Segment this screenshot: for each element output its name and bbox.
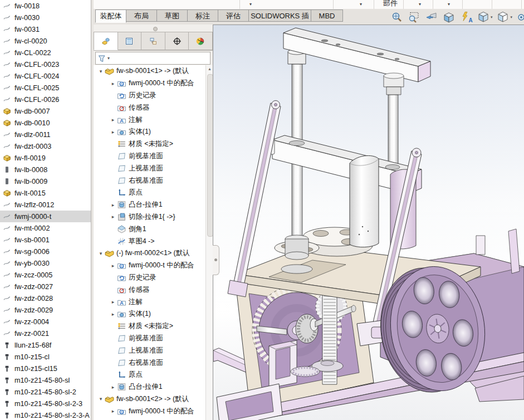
file-list-item[interactable]: fw-dzt-0003 [0, 140, 91, 152]
file-list-item[interactable]: fw-db-0010 [0, 117, 91, 129]
tree-item[interactable]: 原点 [94, 369, 205, 381]
previous-view-button[interactable] [425, 11, 438, 24]
file-list-item[interactable]: fw-CL-0022 [0, 47, 91, 58]
configurationmanager-tab[interactable] [141, 32, 165, 50]
display-style-button[interactable]: ▾ [496, 11, 512, 24]
file-list-item[interactable]: fw-0030 [0, 12, 91, 23]
file-list-item[interactable]: fwmj-0000-t [0, 211, 91, 222]
file-list-item[interactable]: fw-yb-0030 [0, 257, 91, 269]
hide-show-annotations-button[interactable]: A [459, 11, 473, 24]
file-list-panel[interactable]: fw-0018fw-0030fw-0031fw-cl-0020fw-CL-002… [0, 0, 91, 420]
tree-item[interactable]: 前视基准面 [94, 150, 205, 163]
filter-dropdown-arrow[interactable]: ▾ [107, 56, 110, 61]
tree-item[interactable]: ▸实体(1) [94, 126, 205, 138]
file-list-item[interactable]: fw-CLFL-0025 [0, 82, 91, 94]
expand-arrow[interactable]: ▸ [109, 117, 117, 123]
tree-item[interactable]: ▾fw-sb-0001<2> -> (默认 [94, 393, 205, 406]
file-list-item[interactable]: fw-zcz-0005 [0, 269, 91, 281]
file-list-item[interactable]: fw-lt-0015 [0, 187, 91, 199]
file-list-item[interactable]: fw-lzflz-0012 [0, 199, 91, 211]
dropdown-arrow[interactable]: ▾ [510, 15, 512, 19]
zoom-to-area-button[interactable] [408, 11, 421, 24]
expand-arrow[interactable]: ▸ [109, 311, 117, 317]
file-list-item[interactable]: fw-CLFL-0024 [0, 70, 91, 82]
file-list-item[interactable]: fw-zdz-0028 [0, 292, 91, 304]
file-list-item[interactable]: fw-zz-0004 [0, 316, 91, 328]
panel-splitter-handle[interactable] [213, 245, 219, 275]
file-list-item[interactable]: fw-mt-0002 [0, 222, 91, 234]
command-tab-6[interactable]: SOLIDWORKS 插件 [249, 9, 311, 22]
hide-show-items-button[interactable] [516, 11, 524, 24]
command-tab-7[interactable]: MBD [311, 9, 343, 22]
expand-arrow[interactable]: ▸ [109, 408, 117, 414]
tree-item[interactable]: 前视基准面 [94, 333, 205, 345]
expand-arrow[interactable]: ▸ [109, 299, 117, 305]
file-list-item[interactable]: llun-z15-68f [0, 339, 91, 351]
expand-arrow[interactable]: ▸ [109, 202, 117, 208]
tree-item[interactable]: ▸A注解 [94, 296, 205, 308]
tree-item[interactable]: ▸切除-拉伸1{ ->} [94, 211, 205, 223]
expand-arrow[interactable]: ▸ [109, 81, 117, 86]
expand-arrow[interactable]: ▸ [109, 384, 117, 390]
file-list-item[interactable]: fw-dlz-0011 [0, 129, 91, 140]
tree-scrollbar[interactable]: ▲ [205, 65, 213, 420]
expand-arrow[interactable]: ▸ [109, 129, 117, 135]
tree-item[interactable]: 原点 [94, 187, 205, 199]
tree-item[interactable]: ▸凸台-拉伸1 [94, 199, 205, 211]
tree-item[interactable]: 材质 <未指定> [94, 320, 205, 333]
tree-item[interactable]: 传感器 [94, 284, 205, 296]
file-list-item[interactable]: fw-sb-0001 [0, 234, 91, 246]
tree-item[interactable]: ▸fwmj-0000-t 中的配合 [94, 77, 205, 90]
tree-item[interactable]: ▾fw-sb-0001<1> -> (默认 [94, 65, 205, 77]
file-list-item[interactable]: fw-db-0007 [0, 105, 91, 117]
tree-item[interactable]: 草图4 -> [94, 235, 205, 247]
tree-item[interactable]: ▾(-) fw-mt-0002<1> (默认 [94, 247, 205, 260]
assembly-model[interactable] [213, 25, 524, 420]
command-tab-5[interactable]: 评估 [218, 9, 249, 22]
filter-funnel-icon[interactable] [97, 54, 106, 63]
tree-item[interactable]: ▸fwmj-0000-t 中的配合 [94, 405, 205, 417]
file-list-item[interactable]: fw-lb-0008 [0, 164, 91, 175]
machine-bracket-stand[interactable] [269, 340, 297, 388]
tree-item[interactable]: 右视基准面 [94, 356, 205, 369]
tree-item[interactable]: 上视基准面 [94, 162, 205, 174]
section-view-button[interactable] [442, 11, 456, 24]
file-list-item[interactable]: fw-zdz-0029 [0, 304, 91, 316]
expand-arrow[interactable]: ▾ [97, 396, 105, 402]
graphics-viewport[interactable] [213, 25, 524, 420]
tree-item[interactable]: 历史记录 [94, 272, 205, 284]
file-list-item[interactable]: fw-zz-0021 [0, 328, 91, 339]
featuremanager-design-tree-tab[interactable] [94, 32, 118, 50]
tree-filter-input[interactable]: ▾ [95, 52, 210, 65]
dropdown-arrow[interactable]: ▾ [360, 2, 362, 7]
expand-arrow[interactable]: ▸ [109, 214, 117, 219]
command-tab-2[interactable]: 布局 [126, 9, 157, 22]
dropdown-arrow[interactable]: ▾ [249, 2, 252, 7]
file-list-item[interactable]: fw-sg-0006 [0, 246, 91, 257]
expand-arrow[interactable]: ▸ [109, 263, 117, 268]
file-list-item[interactable]: fw-CLFL-0026 [0, 94, 91, 105]
zoom-to-fit-button[interactable] [390, 11, 404, 24]
file-list-item[interactable]: fw-cl-0020 [0, 35, 91, 47]
file-list-item[interactable]: m10-z21-45-80-sl-2 [0, 386, 91, 398]
component-button-label[interactable]: 部件 [383, 0, 398, 8]
expand-arrow[interactable]: ▾ [97, 69, 105, 74]
panel-splitter-strip[interactable] [94, 25, 213, 32]
tree-item[interactable]: 倒角1 [94, 223, 205, 235]
tree-item[interactable]: 右视基准面 [94, 174, 205, 187]
tree-item[interactable]: 传感器 [94, 101, 205, 114]
expand-arrow[interactable]: ▾ [97, 251, 105, 256]
file-list-item[interactable]: m10-z15-cl [0, 351, 91, 363]
command-tab-3[interactable]: 草图 [157, 9, 188, 22]
dimxpertmanager-tab[interactable] [165, 32, 189, 50]
command-tab-4[interactable]: 标注 [188, 9, 218, 22]
command-tab-1[interactable]: 装配体 [95, 9, 126, 23]
file-list-item[interactable]: m10-z15-cl15 [0, 363, 91, 374]
dropdown-arrow[interactable]: ▾ [448, 2, 450, 7]
displaymanager-tab[interactable] [189, 32, 213, 50]
file-list-item[interactable]: m10-z21-45-80-sl [0, 374, 91, 386]
tree-item[interactable]: 材质 <未指定> [94, 138, 205, 150]
tree-item[interactable]: ▸实体(1) [94, 308, 205, 320]
file-list-item[interactable]: m10-z21-45-80-sl-2-3-A [0, 409, 91, 420]
feature-tree[interactable]: ▾fw-sb-0001<1> -> (默认▸fwmj-0000-t 中的配合历史… [94, 65, 205, 420]
